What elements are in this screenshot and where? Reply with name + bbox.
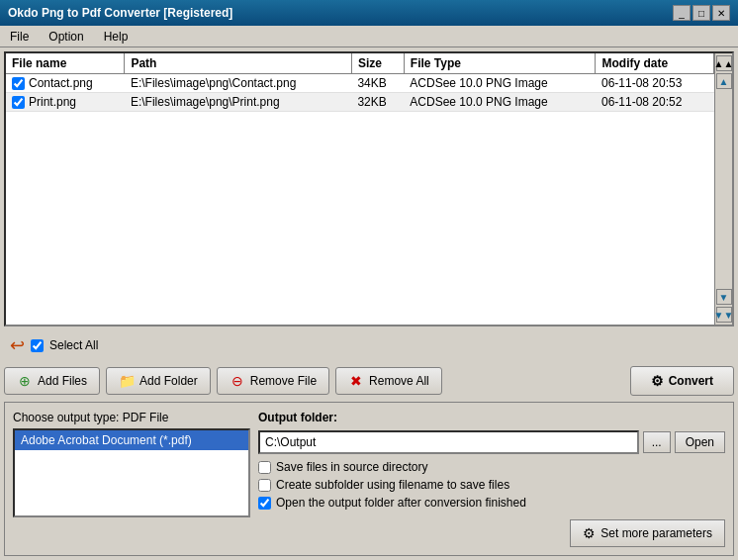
open-button[interactable]: Open [675,431,725,453]
table-row: Contact.png E:\Files\image\png\Contact.p… [6,74,714,93]
add-folder-icon: 📁 [119,373,135,389]
remove-file-button[interactable]: ⊖ Remove File [217,367,329,395]
cell-filetype: ACDSee 10.0 PNG Image [404,74,596,93]
menu-help[interactable]: Help [98,28,135,46]
col-filetype: File Type [404,53,596,74]
add-files-button[interactable]: ⊕ Add Files [4,367,100,395]
browse-button[interactable]: ... [643,431,671,453]
title-bar: Okdo Png to Pdf Converter [Registered] _… [0,0,738,26]
cell-size: 34KB [351,74,404,93]
col-path: Path [125,53,352,74]
option-checkbox-row: Open the output folder after conversion … [258,496,725,510]
table-row: Print.png E:\Files\image\png\Print.png 3… [6,93,714,112]
back-icon[interactable]: ↩ [10,334,25,356]
file-table: File name Path Size File Type Modify dat… [6,53,714,112]
filename-text: Print.png [29,95,76,109]
option-checkbox-0[interactable] [258,461,271,474]
output-type-label: Choose output type: PDF File [13,411,250,424]
menu-option[interactable]: Option [43,28,89,46]
output-type-item-pdf[interactable]: Adobe Acrobat Document (*.pdf) [15,430,248,450]
menu-file[interactable]: File [4,28,35,46]
option-checkbox-label-2: Open the output folder after conversion … [276,496,526,510]
option-checkbox-label-0: Save files in source directory [276,460,427,474]
params-gear-icon: ⚙ [583,525,596,541]
cell-filetype: ACDSee 10.0 PNG Image [404,93,596,112]
output-folder-label: Output folder: [258,411,725,424]
main-content: File name Path Size File Type Modify dat… [0,47,738,560]
select-all-label[interactable]: Select All [49,338,98,352]
maximize-button[interactable]: □ [692,5,710,21]
scroll-up-arrow[interactable]: ▲ [716,73,732,89]
select-all-row: ↩ Select All [4,330,734,360]
row-checkbox[interactable] [12,96,25,109]
cell-size: 32KB [351,93,404,112]
col-filename: File name [6,53,125,74]
output-folder-input[interactable] [258,430,639,454]
cell-modifydate: 06-11-08 20:52 [596,93,714,112]
cell-path: E:\Files\image\png\Print.png [125,93,352,112]
minimize-button[interactable]: _ [673,5,691,21]
remove-all-icon: ✖ [348,373,364,389]
option-checkbox-2[interactable] [258,497,271,510]
filename-text: Contact.png [29,76,93,90]
add-folder-button[interactable]: 📁 Add Folder [106,367,211,395]
checkboxes-container: Save files in source directory Create su… [258,460,725,510]
bottom-panel: Choose output type: PDF File Adobe Acrob… [4,402,734,556]
scroll-top-arrow[interactable]: ▲▲ [716,55,732,71]
file-list-container: File name Path Size File Type Modify dat… [4,51,734,327]
add-files-icon: ⊕ [17,373,33,389]
row-checkbox[interactable] [12,77,25,90]
convert-button[interactable]: ⚙ Convert [630,366,734,396]
file-table-wrapper: File name Path Size File Type Modify dat… [6,53,714,325]
cell-modifydate: 06-11-08 20:53 [596,74,714,93]
app-title: Okdo Png to Pdf Converter [Registered] [8,6,232,20]
option-checkbox-label-1: Create subfolder using filename to save … [276,478,509,492]
option-checkbox-1[interactable] [258,479,271,492]
scroll-bottom-arrow[interactable]: ▼▼ [716,307,732,323]
option-checkbox-row: Create subfolder using filename to save … [258,478,725,492]
cell-filename: Print.png [6,93,125,112]
folder-row: ... Open [258,430,725,454]
col-modifydate: Modify date [596,53,714,74]
option-checkbox-row: Save files in source directory [258,460,725,474]
scroll-down-arrow[interactable]: ▼ [716,289,732,305]
col-size: Size [351,53,404,74]
output-folder-section: Output folder: ... Open Save files in so… [258,411,725,547]
convert-icon: ⚙ [651,373,664,389]
window-controls: _ □ ✕ [673,5,730,21]
cell-filename: Contact.png [6,74,125,93]
output-type-list[interactable]: Adobe Acrobat Document (*.pdf) [13,428,250,517]
remove-file-icon: ⊖ [230,373,245,389]
output-type-section: Choose output type: PDF File Adobe Acrob… [13,411,250,547]
file-list-scrollbar: ▲▲ ▲ ▼ ▼▼ [714,53,732,325]
close-button[interactable]: ✕ [712,5,730,21]
menu-bar: File Option Help [0,26,738,47]
set-more-params-button[interactable]: ⚙ Set more parameters [570,519,725,547]
buttons-row: ⊕ Add Files 📁 Add Folder ⊖ Remove File ✖… [4,364,734,398]
select-all-checkbox[interactable] [31,339,44,352]
remove-all-button[interactable]: ✖ Remove All [335,367,442,395]
cell-path: E:\Files\image\png\Contact.png [125,74,352,93]
